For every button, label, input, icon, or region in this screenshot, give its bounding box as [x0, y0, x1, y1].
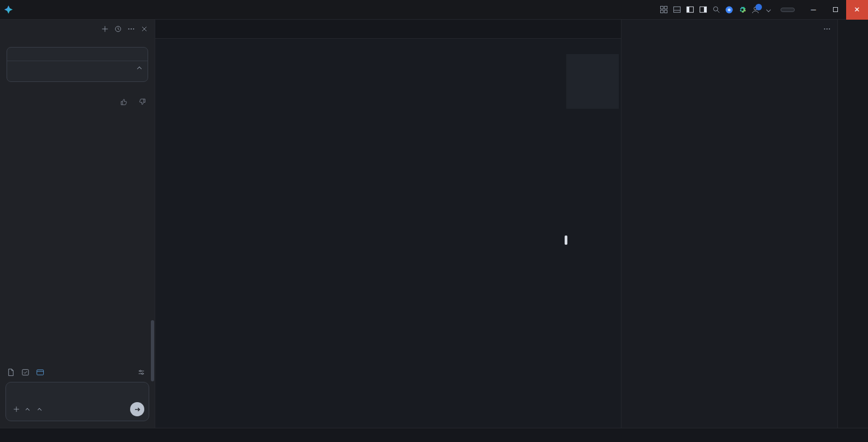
app-logo-icon	[0, 5, 16, 14]
expand-all-button[interactable]	[135, 66, 141, 70]
explorer-more-icon[interactable]	[823, 25, 831, 33]
history-icon[interactable]	[112, 23, 124, 35]
editor-group	[155, 20, 621, 428]
settings-gear-icon[interactable]	[736, 3, 749, 16]
notification-count-badge	[755, 4, 762, 10]
sliders-icon	[138, 369, 145, 376]
workbench	[0, 20, 868, 428]
app-window: ─ ✕	[0, 0, 868, 442]
explorer-header	[621, 20, 837, 38]
mode-selector[interactable]	[26, 407, 32, 412]
customize-layout-icon[interactable]	[657, 3, 670, 16]
chevron-up-icon	[26, 408, 30, 411]
chevron-down-icon[interactable]	[762, 3, 775, 16]
browser-preview-icon[interactable]	[36, 368, 44, 376]
minimap-handle[interactable]	[565, 235, 567, 245]
status-bar	[0, 428, 868, 442]
account-icon[interactable]	[749, 3, 762, 16]
close-button[interactable]: ✕	[846, 0, 868, 20]
chat-input[interactable]	[6, 382, 149, 400]
bad-button[interactable]	[136, 98, 146, 105]
chat-composer	[5, 382, 149, 421]
new-chat-icon[interactable]	[99, 23, 111, 35]
update-available-button[interactable]	[781, 8, 795, 12]
thumbs-up-icon	[120, 98, 127, 105]
code-editor[interactable]	[155, 53, 621, 428]
tab-bar	[155, 20, 621, 39]
code-lines	[155, 53, 621, 428]
feedback-row	[9, 98, 146, 105]
file-tree	[621, 38, 837, 428]
task-card[interactable]	[7, 47, 148, 82]
toggle-sidebar-right-icon[interactable]	[696, 3, 709, 16]
more-actions-icon[interactable]	[125, 23, 137, 35]
activity-bar	[837, 20, 868, 428]
good-button[interactable]	[118, 98, 127, 105]
thumbs-down-icon	[139, 98, 146, 105]
add-context-button[interactable]	[13, 405, 20, 413]
titlebar-right: ─ ✕	[652, 0, 868, 19]
titlebar: ─ ✕	[0, 0, 868, 20]
chat-header	[0, 20, 155, 38]
minimap[interactable]	[568, 54, 617, 428]
model-selector[interactable]	[38, 407, 44, 412]
search-icon[interactable]	[709, 3, 723, 16]
agent-chat-panel	[0, 20, 155, 428]
scrollbar-thumb[interactable]	[151, 320, 154, 381]
send-button[interactable]	[130, 402, 144, 416]
breadcrumb	[155, 39, 621, 53]
review-changes-button[interactable]	[138, 369, 148, 376]
new-file-icon[interactable]	[7, 368, 15, 376]
minimap-viewport	[566, 54, 619, 109]
chat-toolbar	[0, 365, 155, 380]
minimize-button[interactable]: ─	[802, 0, 824, 20]
toggle-panel-icon[interactable]	[670, 3, 683, 16]
tasks-icon[interactable]	[21, 368, 30, 376]
explorer-sidebar	[621, 20, 837, 428]
maximize-button[interactable]	[824, 0, 846, 20]
close-panel-icon[interactable]	[138, 23, 150, 35]
divider	[7, 61, 148, 61]
assistant-icon[interactable]	[723, 3, 736, 16]
toggle-sidebar-left-icon[interactable]	[683, 3, 696, 16]
agent-activity-list	[0, 38, 155, 39]
chevron-up-icon	[137, 67, 142, 71]
chevron-up-icon	[38, 408, 42, 411]
